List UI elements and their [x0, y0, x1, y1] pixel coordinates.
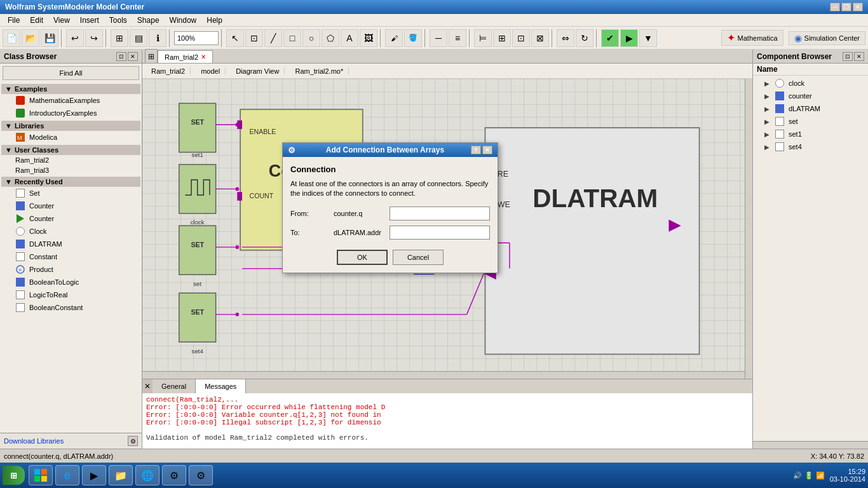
right-item-set1[interactable]: ▶ set1 — [754, 128, 867, 140]
rect-btn[interactable]: □ — [283, 29, 301, 47]
text-btn[interactable]: A — [341, 29, 358, 47]
tree-item-ram-trial3[interactable]: Ram_trial3 — [1, 165, 140, 175]
simulation-btn[interactable]: ◉ Simulation Center — [789, 31, 865, 45]
line-type-btn[interactable]: ≡ — [449, 29, 466, 47]
tree-item-set[interactable]: Set — [1, 187, 140, 200]
new-btn[interactable]: 📄 — [3, 29, 20, 47]
right-panel-close-btn[interactable]: ✕ — [854, 52, 864, 61]
tree-item-modelica[interactable]: M Modelica — [1, 131, 140, 144]
menu-window[interactable]: Window — [165, 15, 202, 25]
taskbar-app-6[interactable]: ⚙ — [189, 465, 213, 485]
menu-shape[interactable]: Shape — [132, 15, 165, 25]
tree-item-boolean-constant[interactable]: BooleanConstant — [1, 301, 140, 314]
libraries-header[interactable]: ▼ Libraries — [1, 121, 140, 131]
mathematica-btn[interactable]: ✦ Mathematica — [721, 30, 783, 46]
arrange-btn[interactable]: ⊞ — [493, 29, 511, 47]
tree-item-counter2[interactable]: Counter — [1, 212, 140, 225]
user-classes-header[interactable]: ▼ User Classes — [1, 145, 140, 155]
taskbar-app-3[interactable]: 📁 — [109, 465, 133, 485]
modal-close-btn[interactable]: ✕ — [482, 146, 492, 154]
right-panel-detach-btn[interactable]: ⊡ — [843, 52, 853, 61]
group-btn[interactable]: ⊡ — [512, 29, 530, 47]
close-btn[interactable]: ✕ — [853, 3, 863, 11]
info-btn[interactable]: ℹ — [149, 29, 166, 47]
examples-header[interactable]: ▼ Examples — [1, 84, 140, 94]
right-scrollbar[interactable] — [753, 441, 868, 449]
pointer-btn[interactable]: ↖ — [226, 29, 244, 47]
recently-used-header[interactable]: ▼ Recently Used — [1, 177, 140, 187]
zoom-input[interactable] — [174, 31, 219, 45]
minimize-btn[interactable]: ─ — [830, 3, 840, 11]
tree-item-product[interactable]: × Product — [1, 263, 140, 276]
menu-file[interactable]: File — [3, 15, 25, 25]
shape-btn[interactable]: ⬠ — [322, 29, 339, 47]
tree-item-counter1[interactable]: Counter — [1, 200, 140, 212]
ok-button[interactable]: OK — [337, 250, 388, 265]
menu-view[interactable]: View — [48, 15, 75, 25]
select-btn[interactable]: ⊡ — [245, 29, 263, 47]
tree-item-ram-trial2[interactable]: Ram_trial2 — [1, 155, 140, 165]
start-button[interactable]: ⊞ — [3, 466, 25, 485]
tree-item-dlatram[interactable]: DLATRAM — [1, 238, 140, 250]
image-btn[interactable]: 🖼 — [360, 29, 377, 47]
menu-edit[interactable]: Edit — [25, 15, 48, 25]
taskbar-app-2[interactable]: ▶ — [82, 465, 106, 485]
undo-btn[interactable]: ↩ — [66, 29, 84, 47]
diagram-canvas[interactable]: SET set1 clock — [142, 79, 752, 379]
ungroup-btn[interactable]: ⊠ — [531, 29, 549, 47]
messages-tab[interactable]: Messages — [196, 379, 246, 393]
menu-insert[interactable]: Insert — [75, 15, 104, 25]
tab-close-btn[interactable]: ✕ — [201, 53, 206, 60]
messages-content[interactable]: connect(Ram_trial2,... Error: [:0:0-0:0]… — [142, 393, 752, 449]
tree-item-constant[interactable]: Constant — [1, 250, 140, 263]
tab-ram-trial2[interactable]: Ram_trial2 ✕ — [158, 50, 213, 63]
panel-detach-btn[interactable]: ⊡ — [116, 52, 126, 61]
from-input[interactable] — [390, 207, 490, 220]
circle-btn[interactable]: ○ — [302, 29, 320, 47]
menu-tools[interactable]: Tools — [104, 15, 132, 25]
general-tab[interactable]: General — [153, 379, 196, 393]
rotate-btn[interactable]: ↻ — [576, 29, 593, 47]
align-btn[interactable]: ⊨ — [474, 29, 492, 47]
right-item-counter[interactable]: ▶ counter — [754, 90, 867, 102]
messages-collapse-btn[interactable]: ✕ — [142, 379, 153, 393]
redo-btn[interactable]: ↪ — [85, 29, 103, 47]
tree-item-boolean-to-logic[interactable]: BooleanToLogic — [1, 276, 140, 288]
tree-item-introductory-examples[interactable]: IntroductoryExamples — [1, 107, 140, 119]
taskbar-app-4[interactable]: 🌐 — [135, 465, 159, 485]
panel-close-btn[interactable]: ✕ — [128, 52, 138, 61]
to-input[interactable] — [390, 226, 490, 240]
right-item-set4[interactable]: ▶ set4 — [754, 140, 867, 153]
taskbar-app-0[interactable] — [29, 465, 53, 485]
diagram-scrollbar-vertical[interactable] — [745, 79, 752, 379]
menu-help[interactable]: Help — [201, 15, 227, 25]
fill-btn[interactable]: 🪣 — [404, 29, 422, 47]
tree-item-logic-to-real[interactable]: LogicToReal — [1, 288, 140, 301]
check-btn[interactable]: ✔ — [601, 29, 619, 47]
find-all-button[interactable]: Find All — [3, 66, 139, 80]
color-btn[interactable]: 🖌 — [385, 29, 403, 47]
download-libraries-link[interactable]: Download Libraries — [4, 437, 64, 445]
open-btn[interactable]: 📂 — [22, 29, 39, 47]
modal-help-btn[interactable]: ? — [471, 146, 481, 154]
right-item-set[interactable]: ▶ set — [754, 115, 867, 128]
cancel-button[interactable]: Cancel — [393, 250, 444, 265]
diagram-scrollbar-horizontal[interactable] — [142, 371, 745, 379]
restore-btn[interactable]: ❐ — [841, 3, 851, 11]
right-item-dlatram[interactable]: ▶ dLATRAM — [754, 102, 867, 115]
save-btn[interactable]: 💾 — [41, 29, 58, 47]
grid-btn[interactable]: ⊞ — [111, 29, 128, 47]
tree-item-mathematica-examples[interactable]: MathematicaExamples — [1, 94, 140, 107]
grid-view-btn[interactable]: ⊞ — [145, 49, 158, 63]
right-item-clock[interactable]: ▶ clock — [754, 77, 867, 90]
flip-btn[interactable]: ⇔ — [557, 29, 574, 47]
draw-line-btn[interactable]: ╱ — [264, 29, 282, 47]
tree-item-clock[interactable]: Clock — [1, 225, 140, 238]
taskbar-app-5[interactable]: ⚙ — [162, 465, 186, 485]
line-style-btn[interactable]: ─ — [430, 29, 447, 47]
view-btn[interactable]: ▤ — [130, 29, 147, 47]
settings-icon[interactable]: ⚙ — [128, 436, 138, 446]
taskbar-app-1[interactable]: e — [55, 465, 79, 485]
more-btn[interactable]: ▼ — [639, 29, 657, 47]
run-btn[interactable]: ▶ — [620, 29, 638, 47]
